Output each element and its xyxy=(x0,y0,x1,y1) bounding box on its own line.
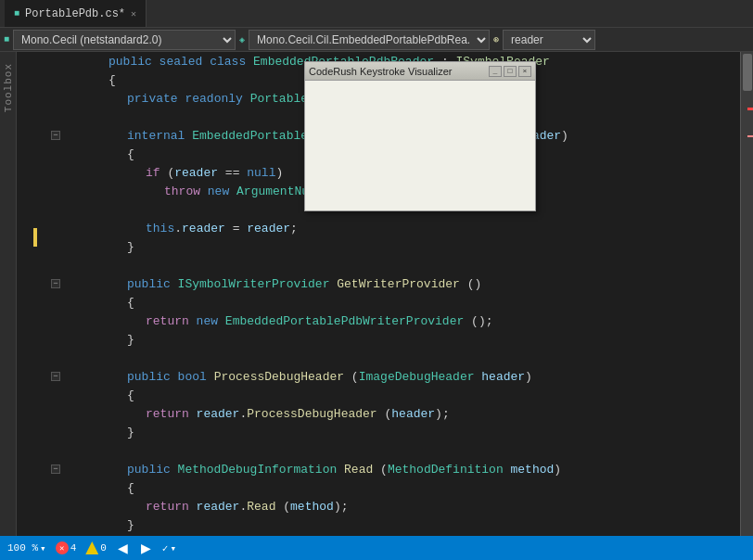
member-dropdown[interactable]: reader xyxy=(503,30,595,50)
code-token: EmbeddedPortablePdbWriterProvider xyxy=(225,314,464,328)
code-line: return reader.Read (method); xyxy=(68,497,740,515)
code-token: reader xyxy=(247,222,290,235)
scrollbar-thumb[interactable] xyxy=(743,54,752,91)
back-button[interactable]: ◀ xyxy=(116,541,130,555)
scrollbar-track[interactable] xyxy=(740,52,753,536)
code-token: ( xyxy=(373,463,388,477)
checkmark-icon: ✓ xyxy=(162,542,169,554)
code-line: { xyxy=(68,386,740,404)
code-token: ) xyxy=(525,370,532,384)
code-token: { xyxy=(108,73,116,87)
code-token: } xyxy=(127,333,134,347)
code-token: reader xyxy=(197,407,240,421)
code-token: { xyxy=(127,147,134,161)
forward-button[interactable]: ▶ xyxy=(139,541,153,555)
error-marker xyxy=(747,108,753,110)
code-token: ); xyxy=(435,407,450,421)
code-line: { xyxy=(68,293,740,312)
code-token: Read xyxy=(337,463,373,477)
warning-count[interactable]: 0 xyxy=(85,541,107,554)
code-token: null xyxy=(247,166,275,180)
fold-button[interactable]: − xyxy=(51,279,60,288)
editor-area: public sealed class EmbeddedPortablePdbR… xyxy=(17,52,753,536)
code-token: public xyxy=(127,370,178,384)
code-token: } xyxy=(127,518,134,532)
code-token: ) xyxy=(554,463,561,477)
code-token: ImageDebugHeader xyxy=(359,370,475,384)
code-token: public xyxy=(127,277,178,291)
tab-label: PortablePdb.cs* xyxy=(25,7,125,20)
table-row: } xyxy=(17,330,740,349)
code-token: class xyxy=(210,55,253,69)
error-icon: ✕ xyxy=(56,541,69,554)
code-line: } xyxy=(68,237,740,256)
coderush-restore-button[interactable]: □ xyxy=(504,66,517,77)
code-token: ; xyxy=(290,222,298,235)
coderush-close-button[interactable]: × xyxy=(518,66,531,77)
code-line: return reader.ProcessDebugHeader (header… xyxy=(68,404,740,423)
toolbox-sidebar[interactable]: Toolbox xyxy=(0,52,17,536)
coderush-titlebar[interactable]: CodeRush Keystroke Visualizer _ □ × xyxy=(305,62,535,81)
code-token: ProcessDebugHeader xyxy=(247,407,376,421)
code-token: return xyxy=(146,500,197,514)
table-row: return reader.ProcessDebugHeader (header… xyxy=(17,404,740,423)
fold-button[interactable]: − xyxy=(51,131,60,140)
table-row: −public bool ProcessDebugHeader (ImageDe… xyxy=(17,367,740,386)
code-line: public bool ProcessDebugHeader (ImageDeb… xyxy=(68,367,740,386)
close-icon[interactable]: ✕ xyxy=(131,8,136,19)
table-row: { xyxy=(17,293,740,312)
code-token: method xyxy=(504,463,555,477)
code-token: new xyxy=(208,185,236,198)
dropdown-bar: ■ Mono.Cecil (netstandard2.0) ◈ Mono.Cec… xyxy=(0,28,753,52)
tab-bar: ■ PortablePdb.cs* ✕ xyxy=(0,0,753,28)
tab-icon: ■ xyxy=(14,8,19,19)
code-token: { xyxy=(127,296,134,310)
code-token: ); xyxy=(334,500,349,514)
code-token: ( xyxy=(344,370,359,384)
code-token: } xyxy=(127,426,134,439)
class-dropdown[interactable]: Mono.Cecil.Cil.EmbeddedPortablePdbRea... xyxy=(249,30,490,50)
namespace-icon: ■ xyxy=(4,34,9,45)
fold-button[interactable]: − xyxy=(51,372,60,381)
code-token: return xyxy=(146,314,197,328)
code-token: ( xyxy=(275,500,290,514)
code-line: } xyxy=(68,330,740,349)
error-count[interactable]: ✕ 4 xyxy=(56,541,77,554)
code-token: ( xyxy=(377,407,392,421)
fold-button[interactable]: − xyxy=(51,465,60,474)
code-token: { xyxy=(127,388,134,402)
code-line: } xyxy=(68,423,740,441)
zoom-dropdown-icon: ▾ xyxy=(40,542,46,554)
code-line xyxy=(68,349,740,367)
code-token: reader xyxy=(182,222,225,235)
code-line: return new EmbeddedPortablePdbWriterProv… xyxy=(68,312,740,330)
code-line: this.reader = reader; xyxy=(68,219,740,237)
coderush-minimize-button[interactable]: _ xyxy=(489,66,502,77)
table-row: −public ISymbolWriterProvider GetWriterP… xyxy=(17,274,740,293)
zoom-control[interactable]: 100 % ▾ xyxy=(7,542,46,554)
coderush-controls: _ □ × xyxy=(489,66,531,77)
code-token: reader xyxy=(197,500,240,514)
coderush-title: CodeRush Keystroke Visualizer xyxy=(309,66,452,77)
table-row xyxy=(17,349,740,367)
code-token: internal xyxy=(127,129,192,143)
code-token: return xyxy=(146,407,197,421)
table-row: return new EmbeddedPortablePdbWriterProv… xyxy=(17,312,740,330)
code-token: == xyxy=(218,166,247,180)
table-row: } xyxy=(17,237,740,256)
code-token: { xyxy=(127,481,134,495)
code-token: ProcessDebugHeader xyxy=(214,370,344,384)
checkmark-area[interactable]: ✓ ▾ xyxy=(162,542,176,554)
code-token: MethodDebugInformation xyxy=(178,463,338,477)
code-token: public xyxy=(127,463,178,477)
error-marker-2 xyxy=(747,135,753,137)
namespace-dropdown[interactable]: Mono.Cecil (netstandard2.0) xyxy=(13,30,236,50)
table-row: } xyxy=(17,515,740,534)
code-token: readonly xyxy=(185,92,249,106)
code-token: ) xyxy=(275,166,283,180)
code-token: bool xyxy=(178,370,214,384)
code-token: header xyxy=(391,407,435,421)
code-line: } xyxy=(68,515,740,534)
code-line xyxy=(68,256,740,274)
tab-portablepdb[interactable]: ■ PortablePdb.cs* ✕ xyxy=(5,0,147,27)
